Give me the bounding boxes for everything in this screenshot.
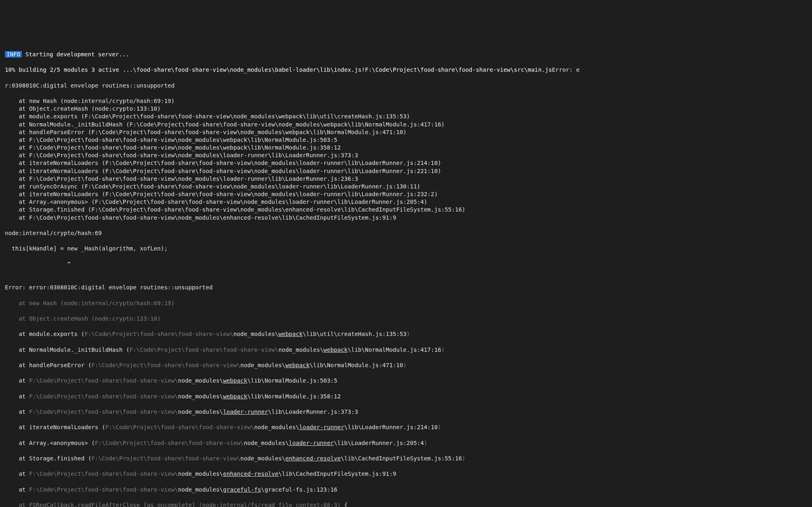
stack-line: at module.exports (F:\Code\Project\food-… — [5, 330, 807, 338]
stack-line: at module.exports (F:\Code\Project\food-… — [5, 113, 807, 120]
stack-line: at iterateNormalLoaders (F:\Code\Project… — [5, 167, 807, 175]
stack-line: at FSReqCallback.readFileAfterClose [as … — [5, 501, 807, 507]
stack-line: at Object.createHash (node:crypto:133:10… — [5, 105, 807, 113]
stack-line: at Storage.finished (F:\Code\Project\foo… — [5, 455, 807, 462]
stack-line: at F:\Code\Project\food-share\food-share… — [5, 152, 807, 159]
error-title: Error: error:0308010C:digital envelope r… — [5, 284, 807, 291]
start-msg: Starting development server... — [22, 51, 129, 58]
stack-line: at iterateNormalLoaders (F:\Code\Project… — [5, 159, 807, 167]
stack-line: at iterateNormalLoaders (F:\Code\Project… — [5, 424, 807, 431]
log-line: ^ — [5, 261, 807, 268]
stack-line: at Array.<anonymous> (F:\Code\Project\fo… — [5, 439, 807, 447]
stack-line: at handleParseError (F:\Code\Project\foo… — [5, 362, 807, 369]
stack-line: at Array.<anonymous> (F:\Code\Project\fo… — [5, 198, 807, 206]
stack-line: at F:\Code\Project\food-share\food-share… — [5, 214, 807, 222]
stack-line: at F:\Code\Project\food-share\food-share… — [5, 144, 807, 152]
stack-line: at F:\Code\Project\food-share\food-share… — [5, 486, 807, 494]
info-badge: INFO — [5, 51, 22, 58]
stack-line: at F:\Code\Project\food-share\food-share… — [5, 175, 807, 183]
stack-line: at NormalModule._initBuildHash (F:\Code\… — [5, 121, 807, 128]
stack-line: at F:\Code\Project\food-share\food-share… — [5, 136, 807, 144]
stack-line: at F:\Code\Project\food-share\food-share… — [5, 470, 807, 478]
stack-line: at NormalModule._initBuildHash (F:\Code\… — [5, 346, 807, 354]
log-line: 10% building 2/5 modules 3 active ...\fo… — [5, 66, 807, 74]
log-line: this[kHandle] = new _Hash(algorithm, xof… — [5, 245, 807, 252]
stack-line: at Object.createHash (node:crypto:133:10… — [5, 315, 807, 323]
stack-line: at Storage.finished (F:\Code\Project\foo… — [5, 206, 807, 214]
log-line: INFO Starting development server... — [5, 51, 807, 58]
stack-line: at F:\Code\Project\food-share\food-share… — [5, 408, 807, 416]
stack-line: at F:\Code\Project\food-share\food-share… — [5, 393, 807, 400]
stack-line: at new Hash (node:internal/crypto/hash:6… — [5, 97, 807, 105]
stack-line: at iterateNormalLoaders (F:\Code\Project… — [5, 190, 807, 198]
stack-line: at runSyncOrAsync (F:\Code\Project\food-… — [5, 183, 807, 190]
log-line: r:0308010C:digital envelope routines::un… — [5, 82, 807, 90]
stack-line: at F:\Code\Project\food-share\food-share… — [5, 377, 807, 385]
log-line: node:internal/crypto/hash:69 — [5, 229, 807, 237]
stack-line: at handleParseError (F:\Code\Project\foo… — [5, 128, 807, 136]
terminal-output[interactable]: INFO Starting development server... 10% … — [0, 39, 812, 507]
stack-line: at new Hash (node:internal/crypto/hash:6… — [5, 299, 807, 307]
